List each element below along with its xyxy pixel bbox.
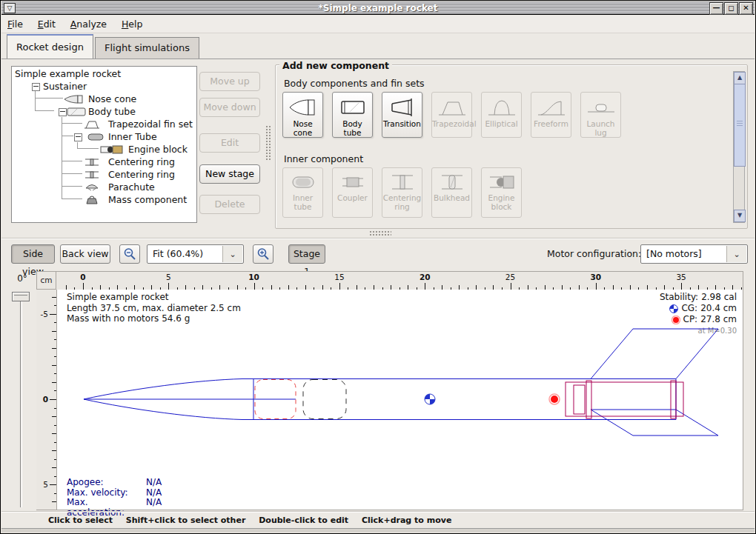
move-down-button[interactable]: Move down <box>199 98 260 117</box>
tree-item-inner-tube[interactable]: Inner Tube <box>12 130 196 143</box>
centering-ring-icon <box>83 170 101 179</box>
stage-1-toggle[interactable]: Stage 1 <box>288 244 325 264</box>
coupler-icon <box>336 171 369 193</box>
left-ruler: -505 <box>36 290 56 510</box>
engine-block-icon <box>485 171 518 193</box>
add-inner-tube-button[interactable]: Inner tube <box>282 167 323 218</box>
tree-item-engine-block[interactable]: Engine block <box>12 143 196 156</box>
centering-ring-outline[interactable] <box>671 381 676 418</box>
add-launch-lug-button[interactable]: Launch lug <box>580 92 621 138</box>
close-button[interactable]: ✕ <box>739 2 753 15</box>
add-elliptical-fin-button[interactable]: Elliptical <box>481 92 522 138</box>
menu-help[interactable]: Help <box>116 16 149 33</box>
main-tabs: Rocket design Flight simulations <box>7 35 199 59</box>
rocket-design-canvas[interactable]: Simple example rocket Length 37.5 cm, ma… <box>56 290 743 510</box>
tree-item-nose-cone[interactable]: Nose cone <box>12 93 196 105</box>
add-bulkhead-button[interactable]: Bulkhead <box>431 167 472 218</box>
add-trapezoidal-fin-button[interactable]: Trapezoidal <box>431 92 472 138</box>
window-title: *Simple example rocket <box>1 1 755 15</box>
rotation-slider-handle[interactable] <box>12 292 30 301</box>
tab-flight-simulations[interactable]: Flight simulations <box>95 37 199 59</box>
hint-click-select: Click to select <box>48 515 113 525</box>
tree-item-body-tube[interactable]: Body tube <box>12 105 196 118</box>
nose-cone-icon <box>64 95 84 104</box>
maximize-button[interactable]: ◻ <box>724 2 738 15</box>
minimize-button[interactable]: — <box>709 2 723 15</box>
scrollbar-thumb[interactable] <box>734 84 746 167</box>
system-menu-icon[interactable]: ▽ <box>4 3 16 13</box>
chevron-down-icon[interactable]: ⌄ <box>726 246 746 262</box>
freeform-fin-icon <box>535 96 568 119</box>
tree-item-trapezoidal-fin-set[interactable]: Trapezoidal fin set <box>12 118 196 130</box>
centering-ring-icon <box>83 158 101 167</box>
mass-component-icon <box>83 196 101 204</box>
inner-tube-icon <box>287 171 319 193</box>
chevron-down-icon[interactable]: ⌄ <box>222 246 242 262</box>
hint-click-drag: Click+drag to move <box>362 515 451 525</box>
status-bar: Click to select Shift+click to select ot… <box>1 512 755 529</box>
centering-ring-icon <box>386 171 419 193</box>
add-centering-ring-button[interactable]: Centering ring <box>382 167 422 218</box>
trapezoidal-fin-icon <box>83 120 101 129</box>
body-tube-outline[interactable] <box>253 379 676 420</box>
ruler-tick <box>254 283 255 290</box>
motor-configuration-select[interactable]: [No motors] ⌄ <box>640 244 748 264</box>
engine-block-icon <box>100 145 124 154</box>
add-freeform-fin-button[interactable]: Freeform <box>531 92 571 138</box>
add-engine-block-button[interactable]: Engine block <box>481 167 522 218</box>
centering-ring-outline[interactable] <box>586 381 591 418</box>
ruler-label: 0 <box>43 395 48 404</box>
cg-marker <box>425 394 435 404</box>
edit-button[interactable]: Edit <box>199 133 260 153</box>
collapse-icon[interactable] <box>32 83 40 91</box>
window-frame-bottom <box>1 528 755 533</box>
collapse-icon[interactable] <box>74 133 82 141</box>
add-transition-button[interactable]: Transition <box>382 92 422 138</box>
menu-analyze[interactable]: Analyze <box>64 16 113 33</box>
lower-fin-outline[interactable] <box>591 410 718 435</box>
zoom-out-button[interactable] <box>119 244 140 264</box>
parachute-icon <box>83 183 101 192</box>
inner-tube-outline[interactable] <box>566 382 683 416</box>
application-window: ▽ *Simple example rocket — ◻ ✕ File Edit… <box>0 0 756 534</box>
zoom-level-select[interactable]: Fit (60.4%) ⌄ <box>147 244 244 264</box>
tab-panel-border <box>1 59 755 59</box>
add-nose-cone-button[interactable]: Nose cone <box>282 92 323 138</box>
tree-item-mass-component[interactable]: Mass component <box>12 193 196 206</box>
zoom-in-button[interactable] <box>253 244 273 264</box>
add-coupler-button[interactable]: Coupler <box>332 167 373 218</box>
menu-edit[interactable]: Edit <box>32 16 62 33</box>
tree-item-rocket[interactable]: Simple example rocket <box>15 67 121 80</box>
vertical-splitter[interactable] <box>265 125 271 161</box>
ruler-tick <box>596 283 597 290</box>
rotation-slider-track[interactable] <box>20 301 22 507</box>
side-view-button[interactable]: Side view <box>11 244 55 264</box>
tree-item-centering-ring-1[interactable]: Centering ring <box>12 156 196 168</box>
upper-fin-outline[interactable] <box>591 329 718 379</box>
ruler-tick <box>50 399 56 400</box>
delete-button[interactable]: Delete <box>199 195 260 214</box>
move-up-button[interactable]: Move up <box>199 72 260 91</box>
back-view-button[interactable]: Back view <box>60 244 110 264</box>
title-bar[interactable]: ▽ *Simple example rocket — ◻ ✕ <box>1 1 755 15</box>
engine-block-outline[interactable] <box>574 385 585 414</box>
new-stage-button[interactable]: New stage <box>199 164 260 184</box>
ruler-label: 0 <box>80 273 85 281</box>
tree-item-sustainer[interactable]: Sustainer <box>12 80 196 93</box>
add-body-tube-button[interactable]: Body tube <box>332 92 373 138</box>
mass-component-outline[interactable] <box>303 380 346 419</box>
ruler-label: 25 <box>505 273 515 281</box>
menu-file[interactable]: File <box>1 16 29 33</box>
tree-item-centering-ring-2[interactable]: Centering ring <box>12 168 196 181</box>
tree-item-parachute[interactable]: Parachute <box>12 181 196 193</box>
transition-icon <box>386 96 419 119</box>
ruler-unit-label: cm <box>36 271 56 290</box>
scroll-down-icon[interactable]: ▼ <box>734 210 746 222</box>
launch-lug-icon <box>585 96 617 119</box>
horizontal-splitter[interactable] <box>369 230 391 236</box>
component-panel-scrollbar[interactable]: ▲ ▼ <box>733 71 745 223</box>
collapse-icon[interactable] <box>59 108 67 116</box>
ruler-tick <box>511 283 511 290</box>
scroll-up-icon[interactable]: ▲ <box>734 72 746 84</box>
tab-rocket-design[interactable]: Rocket design <box>7 34 93 59</box>
